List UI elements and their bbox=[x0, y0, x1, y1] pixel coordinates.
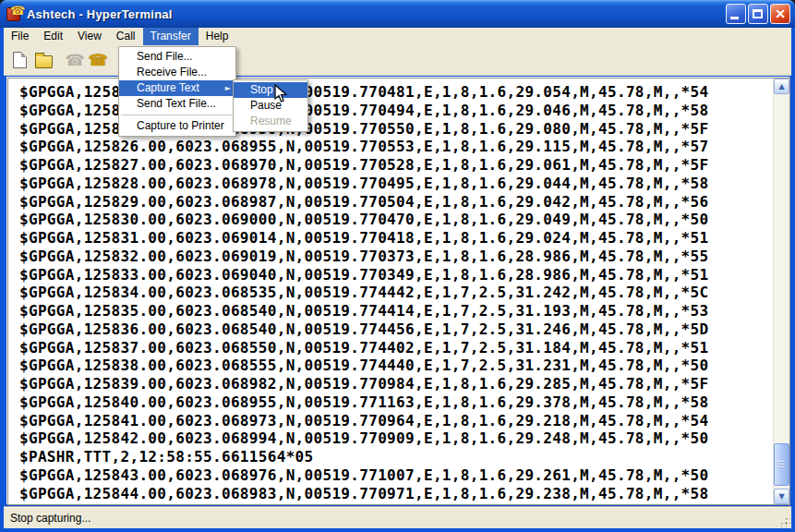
terminal-line: $GPGGA,125829.00,6023.068987,N,00519.770… bbox=[19, 193, 773, 212]
terminal-line: $GPGGA,125836.00,6023.068540,N,00519.774… bbox=[19, 320, 773, 339]
menu-item-capture-text-label: Capture Text bbox=[137, 81, 199, 94]
maximize-icon bbox=[753, 9, 763, 18]
close-icon: ✕ bbox=[771, 5, 789, 23]
terminal-line: $GPGGA,125834.00,6023.068535,N,00519.774… bbox=[19, 284, 773, 302]
titlebar[interactable]: ☎ Ashtech - HyperTerminal ✕ bbox=[0, 0, 795, 28]
call-icon: ☎ bbox=[65, 50, 85, 70]
menu-file[interactable]: File bbox=[4, 28, 36, 45]
submenu-item-resume: Resume bbox=[234, 114, 307, 129]
vertical-scrollbar[interactable]: ▲ ▼ bbox=[773, 79, 789, 504]
terminal-line: $GPGGA,125840.00,6023.068955,N,00519.771… bbox=[19, 393, 773, 412]
menu-separator bbox=[121, 115, 234, 115]
maximize-button[interactable] bbox=[748, 4, 768, 24]
new-document-icon[interactable] bbox=[9, 50, 30, 70]
menu-transfer[interactable]: Transfer bbox=[143, 28, 199, 45]
capture-text-submenu: Stop Pause Resume bbox=[233, 79, 308, 132]
window-title: Ashtech - HyperTerminal bbox=[27, 7, 173, 21]
menu-call[interactable]: Call bbox=[109, 28, 143, 45]
submenu-item-stop[interactable]: Stop bbox=[234, 82, 307, 98]
menu-item-send-text-file[interactable]: Send Text File... bbox=[119, 96, 235, 112]
status-text: Stop capturing... bbox=[10, 512, 90, 525]
terminal-line: $GPGGA,125826.00,6023.068955,N,00519.770… bbox=[19, 138, 773, 156]
terminal-line: $GPGGA,125838.00,6023.068555,N,00519.774… bbox=[19, 357, 773, 375]
menu-item-capture-text[interactable]: Capture Text ► bbox=[119, 80, 235, 96]
terminal-line: $PASHR,TTT,2,12:58:55.6611564*05 bbox=[19, 448, 773, 466]
scroll-up-icon[interactable]: ▲ bbox=[774, 79, 789, 94]
terminal-output[interactable]: $GPGGA,125823.00,6023.068935,N,00519.770… bbox=[8, 79, 773, 504]
terminal-line: $GPGGA,125831.00,6023.069014,N,00519.770… bbox=[19, 229, 773, 248]
minimize-icon bbox=[730, 17, 739, 19]
terminal-line: $GPGGA,125842.00,6023.068994,N,00519.770… bbox=[19, 429, 773, 448]
resize-grip[interactable] bbox=[777, 514, 790, 527]
terminal-line: $GPGGA,125835.00,6023.068540,N,00519.774… bbox=[19, 302, 773, 320]
terminal-line: $GPGGA,125841.00,6023.068973,N,00519.770… bbox=[19, 412, 773, 430]
menu-item-send-file[interactable]: Send File... bbox=[119, 49, 235, 65]
menu-help[interactable]: Help bbox=[199, 28, 236, 45]
terminal-line: $GPGGA,125844.00,6023.068983,N,00519.770… bbox=[19, 485, 773, 503]
close-button[interactable]: ✕ bbox=[770, 4, 790, 24]
terminal-line: $GPGGA,125828.00,6023.068978,N,00519.770… bbox=[19, 175, 773, 193]
transfer-menu: Send File... Receive File... Capture Tex… bbox=[118, 46, 236, 137]
menu-view[interactable]: View bbox=[70, 28, 109, 45]
submenu-item-pause[interactable]: Pause bbox=[234, 98, 307, 114]
terminal-line: $GPGGA,125839.00,6023.068982,N,00519.770… bbox=[19, 375, 773, 393]
statusbar: Stop capturing... bbox=[4, 506, 791, 528]
terminal-line: $GPGGA,125843.00,6023.068976,N,00519.771… bbox=[19, 466, 773, 485]
terminal-frame: $GPGGA,125823.00,6023.068935,N,00519.770… bbox=[7, 78, 790, 505]
minimize-button[interactable] bbox=[726, 4, 746, 24]
scroll-down-icon[interactable]: ▼ bbox=[774, 489, 789, 504]
hyperterminal-phone-icon: ☎ bbox=[6, 6, 22, 21]
open-folder-icon[interactable] bbox=[33, 50, 54, 70]
terminal-line: $GPGGA,125832.00,6023.069019,N,00519.770… bbox=[19, 248, 773, 266]
disconnect-icon[interactable]: ☎ bbox=[88, 50, 108, 70]
mouse-cursor-icon bbox=[274, 84, 287, 107]
menubar: File Edit View Call Transfer Help bbox=[4, 28, 791, 45]
menu-item-receive-file[interactable]: Receive File... bbox=[119, 65, 235, 80]
terminal-line: $GPGGA,125833.00,6023.069040,N,00519.770… bbox=[19, 266, 773, 284]
scrollbar-thumb[interactable] bbox=[774, 443, 789, 486]
menu-edit[interactable]: Edit bbox=[36, 28, 70, 45]
terminal-line: $GPGGA,125830.00,6023.069000,N,00519.770… bbox=[19, 211, 773, 229]
menu-item-capture-to-printer[interactable]: Capture to Printer bbox=[119, 118, 235, 134]
submenu-arrow-icon: ► bbox=[225, 80, 231, 96]
hyperterminal-window: ☎ Ashtech - HyperTerminal ✕ File Edit Vi… bbox=[0, 0, 795, 532]
terminal-line: $GPGGA,125827.00,6023.068970,N,00519.770… bbox=[19, 156, 773, 175]
terminal-line: $GPGGA,125837.00,6023.068550,N,00519.774… bbox=[19, 339, 773, 357]
